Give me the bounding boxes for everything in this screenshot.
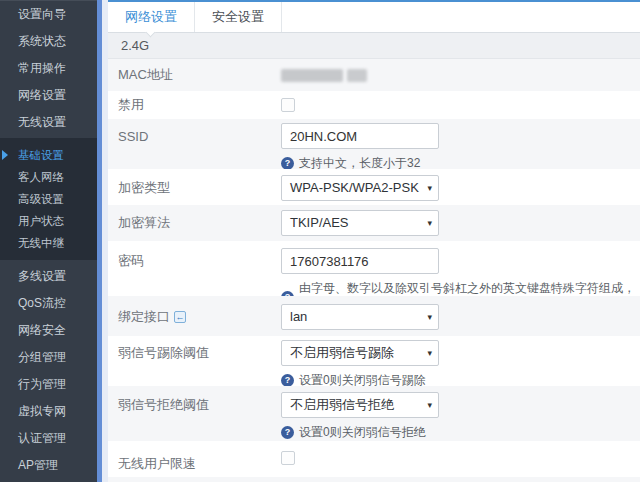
sidebar: 设置向导 系统状态 常用操作 网络设置 无线设置 基础设置 客人网络 高级设置 … xyxy=(0,0,97,482)
encryption-algorithm-select[interactable]: TKIP/AES ▾ xyxy=(281,210,439,236)
sidebar-subitem-label: 基础设置 xyxy=(18,149,64,161)
wireless-submenu: 基础设置 客人网络 高级设置 用户状态 无线中继 xyxy=(0,138,97,260)
chevron-down-icon: ▾ xyxy=(427,341,432,365)
main-content: 网络设置 安全设置 2.4G MAC地址 禁用 xyxy=(108,0,640,482)
weak-signal-reject-hint-text: 设置0则关闭弱信号拒绝 xyxy=(299,424,426,441)
encryption-algorithm-value: TKIP/AES xyxy=(290,215,349,230)
sidebar-item-qos[interactable]: QoS流控 xyxy=(0,290,97,317)
active-item-arrow-icon xyxy=(2,150,8,160)
sidebar-item-auth-management[interactable]: 认证管理 xyxy=(0,425,97,452)
sidebar-item-group-management[interactable]: 分组管理 xyxy=(0,344,97,371)
chevron-down-icon: ▾ xyxy=(427,176,432,200)
sidebar-item-wireless-settings[interactable]: 无线设置 xyxy=(0,109,97,136)
form-row-bind-interface: 绑定接口 ← lan ▾ xyxy=(108,296,640,336)
form-row-encryption-algorithm: 加密算法 TKIP/AES ▾ xyxy=(108,205,640,241)
mac-address-redacted xyxy=(281,69,640,82)
form-row-rate-limit: 无线用户限速 xyxy=(108,441,640,477)
sidebar-scrollbar[interactable] xyxy=(97,0,108,482)
tab-label: 网络设置 xyxy=(125,9,177,24)
sidebar-item-ap-management[interactable]: AP管理 xyxy=(0,452,97,479)
encryption-type-label: 加密类型 xyxy=(118,175,281,201)
sidebar-item-network-security[interactable]: 网络安全 xyxy=(0,317,97,344)
sidebar-item-vpn[interactable]: 虚拟专网 xyxy=(0,398,97,425)
sidebar-item-setup-wizard[interactable]: 设置向导 xyxy=(0,1,97,28)
encryption-type-value: WPA-PSK/WPA2-PSK xyxy=(290,180,419,195)
sidebar-item-common-operations[interactable]: 常用操作 xyxy=(0,55,97,82)
weak-signal-kick-value: 不启用弱信号踢除 xyxy=(290,345,394,360)
rate-limit-label: 无线用户限速 xyxy=(118,451,281,477)
chevron-down-icon: ▾ xyxy=(427,211,432,235)
form-row-ssid: SSID ? 支持中文，长度小于32 xyxy=(108,119,640,169)
encryption-algorithm-label: 加密算法 xyxy=(118,210,281,236)
sidebar-item-behavior-management[interactable]: 行为管理 xyxy=(0,371,97,398)
weak-signal-reject-value: 不启用弱信号拒绝 xyxy=(290,397,394,412)
bind-interface-select[interactable]: lan ▾ xyxy=(281,304,439,330)
password-label: 密码 xyxy=(118,248,281,274)
weak-signal-kick-select[interactable]: 不启用弱信号踢除 ▾ xyxy=(281,340,439,366)
sidebar-subitem-wireless-repeater[interactable]: 无线中继 xyxy=(0,232,97,254)
tab-bar: 网络设置 安全设置 xyxy=(108,2,640,33)
scrollbar-thumb[interactable] xyxy=(97,0,102,482)
rate-limit-checkbox[interactable] xyxy=(281,451,295,465)
weak-signal-reject-hint: ? 设置0则关闭弱信号拒绝 xyxy=(281,424,640,441)
disable-label: 禁用 xyxy=(118,96,281,114)
sidebar-subitem-guest-network[interactable]: 客人网络 xyxy=(0,166,97,188)
sidebar-item-system-status[interactable]: 系统状态 xyxy=(0,28,97,55)
content-filler xyxy=(108,477,640,482)
encryption-type-select[interactable]: WPA-PSK/WPA2-PSK ▾ xyxy=(281,175,439,201)
tab-network-settings[interactable]: 网络设置 xyxy=(108,2,195,32)
ssid-input[interactable] xyxy=(281,123,439,149)
form-row-encryption-type: 加密类型 WPA-PSK/WPA2-PSK ▾ xyxy=(108,169,640,205)
weak-signal-kick-label: 弱信号踢除阈值 xyxy=(118,340,281,366)
tab-security-settings[interactable]: 安全设置 xyxy=(195,2,282,32)
router-admin-page: 设置向导 系统状态 常用操作 网络设置 无线设置 基础设置 客人网络 高级设置 … xyxy=(0,0,640,482)
form-row-disable: 禁用 xyxy=(108,91,640,119)
chevron-down-icon: ▾ xyxy=(427,393,432,417)
weak-signal-reject-select[interactable]: 不启用弱信号拒绝 ▾ xyxy=(281,392,439,418)
sidebar-subitem-user-status[interactable]: 用户状态 xyxy=(0,210,97,232)
sidebar-item-network-settings[interactable]: 网络设置 xyxy=(0,82,97,109)
sidebar-item-multiline-settings[interactable]: 多线设置 xyxy=(0,263,97,290)
wireless-settings-form: MAC地址 禁用 SSID ? xyxy=(108,59,640,482)
disable-checkbox[interactable] xyxy=(281,98,295,112)
bind-interface-info-icon[interactable]: ← xyxy=(174,311,186,323)
password-input[interactable] xyxy=(281,248,439,274)
form-row-mac: MAC地址 xyxy=(108,59,640,91)
help-icon: ? xyxy=(281,426,294,439)
form-row-password: 密码 ? 由字母、数字以及除双引号斜杠之外的英文键盘特殊字符组成，长度是8到63… xyxy=(108,241,640,296)
weak-signal-reject-label: 弱信号拒绝阈值 xyxy=(118,392,281,418)
band-section-header: 2.4G xyxy=(108,33,640,59)
sidebar-subitem-advanced-settings[interactable]: 高级设置 xyxy=(0,188,97,210)
form-row-weak-signal-reject: 弱信号拒绝阈值 不启用弱信号拒绝 ▾ ? 设置0则关闭弱信号拒绝 xyxy=(108,386,640,441)
bind-interface-value: lan xyxy=(290,309,307,324)
bind-interface-label: 绑定接口 xyxy=(118,308,170,326)
chevron-down-icon: ▾ xyxy=(427,305,432,329)
ssid-label: SSID xyxy=(118,123,281,149)
form-row-weak-signal-kick: 弱信号踢除阈值 不启用弱信号踢除 ▾ ? 设置0则关闭弱信号踢除 xyxy=(108,336,640,386)
sidebar-subitem-basic-settings[interactable]: 基础设置 xyxy=(0,144,97,166)
mac-label: MAC地址 xyxy=(118,66,281,84)
